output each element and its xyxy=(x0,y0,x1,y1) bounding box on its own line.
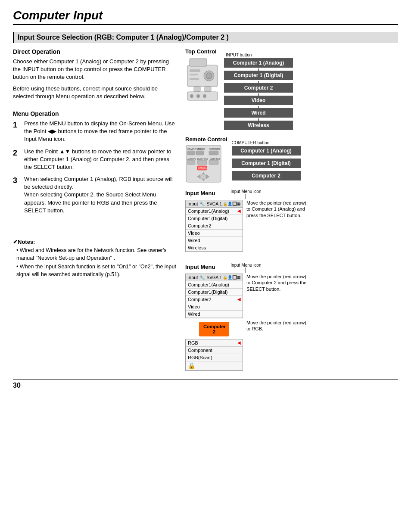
step-2-text: Use the Point ▲▼ buttons to move the red… xyxy=(24,148,177,171)
menu-1-row-2: Computer2 xyxy=(186,222,243,230)
menu-2-icons: 🔒👤🔲▦ xyxy=(223,275,241,280)
svg-text:KEYSTONE: KEYSTONE xyxy=(197,158,208,160)
top-flow-box-3: Video xyxy=(224,96,293,105)
sub-menu-row-0: RGB xyxy=(186,339,243,347)
svg-rect-18 xyxy=(196,151,204,155)
remote-svg: COMPUTER VIDEO NETWORK AUTO PC KEYSTONE … xyxy=(185,144,222,183)
svg-rect-4 xyxy=(190,69,200,72)
svg-point-3 xyxy=(206,73,212,79)
top-flow-box-0: Computer 1 (Analog) xyxy=(224,58,293,68)
input-menu-2-label: Input Menu xyxy=(185,264,215,270)
menu-1-signal: SVGA 1 xyxy=(206,202,222,206)
page-number: 30 xyxy=(13,380,398,389)
svg-rect-6 xyxy=(190,78,199,80)
menu-2-header-input: Input xyxy=(187,275,198,280)
svg-rect-23 xyxy=(187,160,195,165)
menu-1-row-3: Video xyxy=(186,230,243,237)
sub-menu-row-1: Component xyxy=(186,347,243,354)
page-title: Computer Input xyxy=(13,9,398,25)
svg-rect-17 xyxy=(187,151,195,155)
svg-text:AUTO PC: AUTO PC xyxy=(187,158,196,160)
step-3-text: When selecting Computer 1 (Analog), RGB … xyxy=(24,175,177,215)
svg-rect-8 xyxy=(205,87,211,92)
sub-menu-row-3: 🔒 xyxy=(186,361,243,370)
menu-1-header-icon: 🔧 xyxy=(199,202,205,206)
input-menu-1-panel: Input 🔧 SVGA 1 🔒👤🔲▦ Computer1(Analog) Co… xyxy=(185,200,243,252)
top-flow-box-5: Wireless xyxy=(224,121,293,130)
top-flow-box-1: Computer 1 (Digital) xyxy=(224,71,293,80)
svg-point-11 xyxy=(196,94,200,98)
sub-menu-panel: RGB Component RGB(Scart) 🔒 xyxy=(185,339,243,371)
input-menu-2-sub-description: Move the pointer (red arrow) to RGB. xyxy=(246,320,311,332)
menu-1-header: Input 🔧 SVGA 1 🔒👤🔲▦ xyxy=(186,200,243,208)
svg-rect-7 xyxy=(194,87,200,92)
menu-2-header-icon: 🔧 xyxy=(199,275,205,280)
menu-2-header: Input 🔧 SVGA 1 🔒👤🔲▦ xyxy=(186,274,243,281)
menu-operation-steps: 1 Press the MENU button to display the O… xyxy=(13,120,177,215)
menu-2-row-1: Computer1(Digital) xyxy=(186,289,243,296)
projector-svg xyxy=(185,56,220,104)
step-2: 2 Use the Point ▲▼ buttons to move the r… xyxy=(13,148,177,171)
svg-point-12 xyxy=(203,94,206,98)
svg-point-10 xyxy=(190,94,193,98)
input-menu-2-panel: Input 🔧 SVGA 1 🔒👤🔲▦ Computer1(Analog) Co… xyxy=(185,274,243,318)
input-menu-2: Input Menu Input Menu icon Input 🔧 xyxy=(185,263,398,371)
menu-1-icons: 🔒👤🔲▦ xyxy=(223,202,241,206)
menu-2-row-2: Computer2 xyxy=(186,296,243,303)
note-2: When the Input Search function is set to… xyxy=(16,263,177,278)
top-flow-box-4: Wired xyxy=(224,108,293,118)
step-1-num: 1 xyxy=(13,120,21,143)
notes-list: Wired and Wireless are for the Network f… xyxy=(13,247,177,278)
svg-rect-1 xyxy=(190,59,207,66)
menu-2-header-right: SVGA 1 🔒👤🔲▦ xyxy=(206,275,241,280)
step-3-num: 3 xyxy=(13,175,21,215)
remote-flow-box-1: Computer 1 (Digital) xyxy=(232,159,301,168)
step-1-text: Press the MENU button to display the On-… xyxy=(24,120,177,143)
svg-rect-5 xyxy=(190,74,198,75)
remote-flow-box-2: Computer 2 xyxy=(232,171,301,180)
input-menu-2-description: Move the pointer (red arrow) to Computer… xyxy=(246,274,311,292)
step-2-num: 2 xyxy=(13,148,21,171)
sub-menu-row-2: RGB(Scart) xyxy=(186,354,243,361)
top-control-diagram: Top Control xyxy=(185,48,398,130)
menu-1-row-5: Wireless xyxy=(186,244,243,252)
direct-operation-para1: Choose either Computer 1 (Analog) or Com… xyxy=(13,58,177,81)
svg-rect-25 xyxy=(209,160,218,165)
section1-heading: Input Source Selection (RGB: Computer 1 … xyxy=(13,32,398,43)
svg-point-32 xyxy=(201,174,206,179)
top-flow-box-2: Computer 2 xyxy=(224,83,293,93)
menu-2-row-3: Video xyxy=(186,303,243,311)
menu-2-row-0: Computer1(Analog) xyxy=(186,281,243,289)
menu-1-row-4: Wired xyxy=(186,237,243,244)
menu-1-row-1: Computer1(Digital) xyxy=(186,215,243,222)
input-button-label: INPUT button xyxy=(226,53,252,57)
step-1: 1 Press the MENU button to display the O… xyxy=(13,120,177,143)
input-menu-1-description: Move the pointer (red arrow) to Computer… xyxy=(246,200,311,218)
computer-button-label: COMPUTER button xyxy=(232,140,270,145)
menu-operation-heading: Menu Operation xyxy=(13,110,177,117)
input-menu-1-icon-label: Input Menu icon xyxy=(230,189,261,194)
remote-control-diagram: Remote Control COMPUTER VIDEO NETWORK A xyxy=(185,136,398,183)
computer2-button: Computer 2 xyxy=(199,322,229,336)
menu-2-row-4: Wired xyxy=(186,311,243,318)
top-control-label: Top Control xyxy=(185,48,217,55)
menu-2-signal: SVGA 1 xyxy=(206,275,222,280)
svg-text:CANCEL: CANCEL xyxy=(198,167,207,169)
menu-1-row-0: Computer1(Analog) xyxy=(186,208,243,215)
svg-rect-19 xyxy=(209,151,218,155)
remote-control-label: Remote Control xyxy=(185,136,227,143)
input-menu-1: Input Menu Input Menu icon Input 🔧 xyxy=(185,189,398,252)
direct-operation-para2: Before using these buttons, correct inpu… xyxy=(13,85,177,100)
direct-operation-heading: Direct Operation xyxy=(13,48,177,55)
svg-text:NETWORK: NETWORK xyxy=(209,148,220,150)
remote-flow-box-0: Computer 1 (Analog) xyxy=(232,146,301,156)
menu-1-header-input: Input xyxy=(187,201,198,206)
step-3: 3 When selecting Computer 1 (Analog), RG… xyxy=(13,175,177,215)
input-menu-2-icon-label: Input Menu icon xyxy=(230,263,261,268)
notes-section: ✔Notes: Wired and Wireless are for the N… xyxy=(13,239,177,278)
note-1: Wired and Wireless are for the Network f… xyxy=(16,247,177,262)
svg-text:AUTO SET: AUTO SET xyxy=(210,158,220,160)
menu-1-header-right: SVGA 1 🔒👤🔲▦ xyxy=(206,202,241,206)
input-menu-1-label: Input Menu xyxy=(185,190,215,196)
notes-title: ✔Notes: xyxy=(13,239,177,245)
